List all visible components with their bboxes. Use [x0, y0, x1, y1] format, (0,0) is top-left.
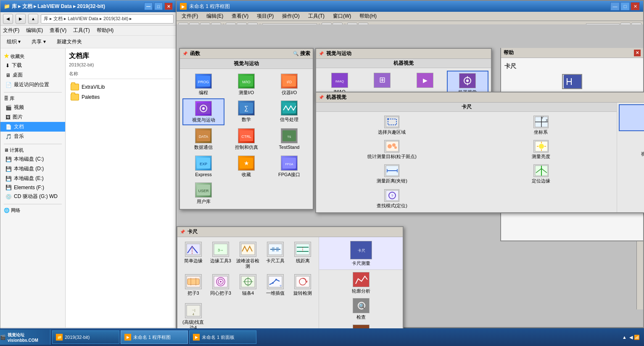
palette-item-signal[interactable]: 信号处理	[268, 98, 310, 125]
fe-forward-button[interactable]: ▶	[16, 14, 26, 24]
palette-mv-pattern[interactable]: ? 查找模式(定位)	[318, 187, 466, 211]
fe-share-button[interactable]: 共享 ▾	[29, 37, 48, 47]
fe-menu-tools[interactable]: 工具(T)	[73, 27, 90, 34]
taskbar-item-frontpanel[interactable]: ▶ 未命名 1 前面板	[189, 330, 256, 344]
caliper-contour[interactable]: 轮廓分析	[319, 270, 403, 296]
caliper-tool[interactable]: 卡尺工具	[262, 240, 289, 271]
palette-item-ctrl[interactable]: CTRL 控制和仿真	[225, 126, 267, 152]
lv-menu-window[interactable]: 窗口(W)	[330, 12, 354, 21]
caliper-grip3[interactable]: 把子3	[180, 272, 206, 298]
fe-menu-file[interactable]: 文件(F)	[3, 27, 19, 34]
lv-minimize-button[interactable]: —	[610, 2, 620, 11]
lv-menu-help[interactable]: 帮助(H)	[356, 12, 380, 21]
palette-vm-section-header: 机器视觉	[316, 59, 491, 68]
taskbar-item-diagram[interactable]: ▶ 未命名 1 程序框图	[121, 330, 188, 344]
fe-maximize-button[interactable]: □	[154, 3, 163, 10]
palette-item-math[interactable]: ∑ 数学	[225, 98, 267, 125]
palette-mv-edge-label: 定位边缘	[532, 178, 550, 184]
sidebar-item-drive-d[interactable]: 💾 本地磁盘 (D:)	[0, 164, 65, 174]
lv-menu-view[interactable]: 查看(V)	[228, 12, 252, 21]
palette-item-express[interactable]: EXP Express	[182, 153, 224, 180]
sidebar-item-video[interactable]: 🎬 视频	[0, 103, 65, 112]
taskbar-item-explorer[interactable]: 📁 2019(32-bit)	[52, 330, 119, 344]
sidebar-item-music[interactable]: 🎵 音乐	[0, 132, 65, 141]
rotate-detect-icon	[294, 274, 311, 289]
caliper-concentric3[interactable]: 同心把子3	[207, 272, 234, 298]
palette-item-measio[interactable]: M/IO 测量I/O	[225, 71, 267, 98]
palette-mv-edge[interactable]: 定位边缘	[467, 162, 615, 186]
svg-text:CTRL: CTRL	[241, 135, 251, 139]
palette-item-fpga[interactable]: FPGA FPGA接口	[268, 153, 310, 180]
taskbar-start-button[interactable]: 🎬 视觉论坛visionbbs.COM	[0, 330, 50, 345]
caliper-1d-interp[interactable]: ? 一维插值	[262, 272, 289, 298]
caliper-simple-edge[interactable]: 简单边缘	[180, 240, 206, 271]
sidebar-computer-header[interactable]: 🖥 计算机	[0, 145, 65, 154]
lv-menu-file[interactable]: 文件(F)	[178, 12, 201, 21]
sidebar-item-docs[interactable]: 📄 文档	[0, 122, 65, 132]
palette-mv-stat[interactable]: 统计测量目标(粒子斑点)	[318, 138, 466, 161]
folder-item-extravilib[interactable]: ExtraVILib	[69, 82, 173, 92]
lv-menu-operate[interactable]: 操作(O)	[279, 12, 303, 21]
caliper-adv-edge4[interactable]: →|4 (高级)找直边4	[180, 301, 206, 333]
lv-menu-tools[interactable]: 工具(T)	[305, 12, 328, 21]
line-dist-label: 线距离	[296, 258, 310, 264]
palette-caliper-pin-icon: 📌	[180, 230, 185, 234]
palette-mv-coord[interactable]: XY 坐标系	[467, 114, 615, 137]
sidebar-item-drive-c[interactable]: 💾 本地磁盘 (C:)	[0, 154, 65, 164]
palette-item-programming[interactable]: PROG 编程	[182, 71, 224, 98]
help-close-button[interactable]: ✕	[634, 50, 641, 56]
palette-item-instrio[interactable]: I/O 仪器I/O	[268, 71, 310, 98]
drive-f-icon: 💾	[5, 185, 12, 190]
sidebar-libraries-header[interactable]: 🗄 库	[0, 94, 65, 103]
caliper-check[interactable]: 🔍 检查	[319, 296, 403, 322]
rotate-detect-label: 旋转检测	[293, 291, 312, 296]
palette-item-vision[interactable]: 视觉与运动	[182, 98, 224, 125]
grip3-label: 把子3	[187, 291, 199, 296]
palette-mv-right-quick[interactable]: 快速 视觉快速函数	[619, 133, 644, 159]
sidebar-item-recent[interactable]: 📄 最近访问的位置	[0, 80, 65, 90]
fe-path-bar[interactable]: 库 ▸ 文档 ▸ LabVIEW Data ▸ 2019(32-bit) ▸	[41, 14, 174, 24]
fe-minimize-button[interactable]: —	[144, 3, 153, 10]
drive-g-icon: 💿	[5, 194, 12, 200]
caliper-line-dist[interactable]: 线距离	[290, 240, 316, 271]
caliper-edge-tool3[interactable]: 3↔ 边缘工具3	[207, 240, 234, 271]
fe-back-button[interactable]: ◀	[3, 14, 13, 24]
lv-close-button[interactable]: ✕	[631, 2, 640, 11]
sidebar-item-desktop[interactable]: 🖥 桌面	[0, 70, 65, 80]
palette-mv-dist[interactable]: 测量距离(夹钳)	[318, 162, 466, 186]
contour-icon	[353, 272, 370, 287]
sidebar-item-download[interactable]: ⬇ 下载	[0, 61, 65, 70]
sidebar-item-drive-g[interactable]: 💿 CD 驱动器 (G:) WD	[0, 192, 65, 201]
palette-item-userlib[interactable]: USER 用户库	[182, 180, 224, 206]
palette-vm-title: 视觉与运动	[326, 50, 351, 57]
palette-item-teststand[interactable]: TS TestStand	[268, 126, 310, 152]
lv-menu-project[interactable]: 项目(P)	[253, 12, 277, 21]
palette-mv-right-mv[interactable]: 机器视觉	[619, 104, 644, 131]
folder-item-palettes[interactable]: Palettes	[69, 92, 173, 102]
fe-menu-view[interactable]: 查看(V)	[50, 27, 66, 34]
fe-menu-help[interactable]: 帮助(H)	[97, 27, 114, 34]
palette-mv-roi[interactable]: 选择兴趣区域	[318, 114, 466, 137]
fe-up-button[interactable]: ▲	[28, 14, 38, 24]
sidebar-favorites-header[interactable]: ★ 收藏夹	[0, 51, 65, 61]
sidebar-item-images[interactable]: 🖼 图片	[0, 112, 65, 122]
svg-point-34	[466, 79, 469, 82]
caliper-meas-highlighted[interactable]: 卡尺 卡尺测量	[319, 237, 403, 270]
fe-organize-button[interactable]: 组织 ▾	[4, 37, 24, 47]
palette-item-collect[interactable]: ★ 收藏	[225, 153, 267, 180]
caliper-wave-detect[interactable]: 波峰波谷检测	[235, 240, 261, 271]
fe-new-folder-button[interactable]: 新建文件夹	[54, 37, 85, 47]
caliper-spoke4[interactable]: 辐条4	[235, 272, 261, 298]
fe-menu-edit[interactable]: 编辑(E)	[26, 27, 43, 34]
palette-vm-pin-icon: 📌	[319, 51, 324, 56]
lv-maximize-button[interactable]: □	[620, 2, 630, 11]
lv-menu-edit[interactable]: 编辑(E)	[203, 12, 227, 21]
lv-canvas-area[interactable]: 📌 函数 🔍 搜索 视觉与运动 PROG 编程 M/IO	[177, 24, 643, 327]
palette-item-datacomm[interactable]: DATA 数据通信	[182, 126, 224, 152]
sidebar-item-drive-e[interactable]: 💾 本地磁盘 (E:)	[0, 174, 65, 183]
palette-mv-bright[interactable]: 测量亮度	[467, 138, 615, 161]
sidebar-network-header[interactable]: 🌐 网络	[0, 206, 65, 214]
fe-close-button[interactable]: ✕	[164, 3, 173, 10]
caliper-rotate-detect[interactable]: 旋转检测	[290, 272, 316, 298]
sidebar-item-drive-f[interactable]: 💾 Elements (F:)	[0, 183, 65, 192]
